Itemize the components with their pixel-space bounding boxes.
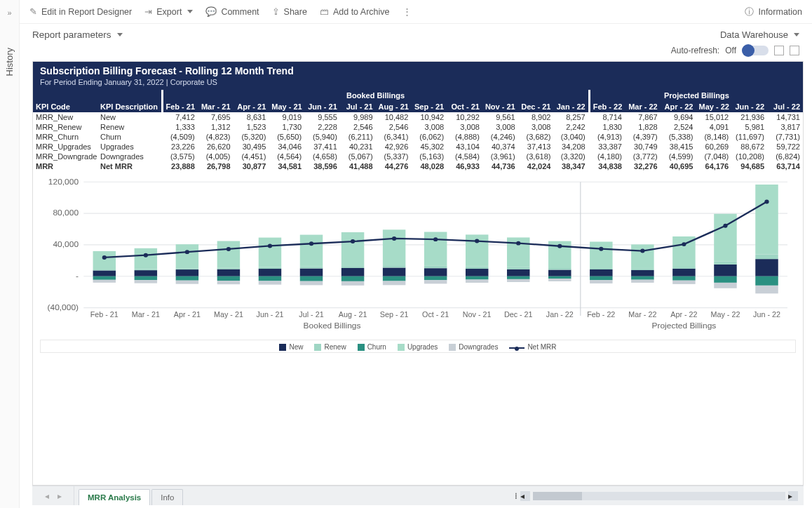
report-subtitle: For Period Ending January 31, 2022 | Cor… (40, 78, 796, 86)
svg-text:(40,000): (40,000) (47, 302, 79, 312)
auto-refresh-toggle[interactable] (742, 46, 769, 55)
svg-rect-30 (217, 268, 240, 269)
svg-rect-35 (259, 269, 281, 276)
svg-rect-108 (755, 254, 778, 259)
legend-item: New (279, 343, 303, 351)
edit-report-button[interactable]: ✎Edit in Report Designer (29, 7, 132, 17)
export-button[interactable]: ⇥Export (144, 7, 193, 17)
svg-rect-71 (507, 269, 529, 276)
svg-rect-20 (135, 276, 157, 280)
svg-point-115 (102, 255, 107, 260)
kpi-table: Booked BillingsProjected Billings KPI Co… (33, 90, 803, 171)
svg-rect-53 (383, 267, 405, 276)
table-row: MRR_RenewRenew1,3331,3121,5231,7302,2282… (33, 122, 803, 132)
svg-rect-92 (631, 276, 654, 280)
history-rail[interactable]: » History (0, 0, 20, 508)
table-row: MRR_NewNew7,4127,6958,6319,0199,5559,989… (33, 112, 803, 122)
svg-text:Oct - 21: Oct - 21 (422, 311, 449, 319)
svg-point-125 (516, 241, 520, 246)
svg-rect-39 (259, 281, 281, 284)
more-button[interactable]: ⋮ (402, 7, 412, 16)
svg-text:Sep - 21: Sep - 21 (380, 311, 409, 319)
chart-legend: NewRenewChurnUpgradesDowngradesNet MRR (40, 340, 796, 353)
svg-point-122 (392, 236, 396, 241)
archive-button[interactable]: 🗃Add to Archive (320, 7, 390, 17)
svg-text:Aug - 21: Aug - 21 (339, 311, 367, 319)
svg-rect-101 (714, 265, 736, 276)
chevron-down-icon (187, 10, 193, 13)
svg-rect-36 (259, 267, 281, 269)
svg-point-118 (226, 247, 231, 251)
report-title: Subscription Billing Forecast - Rolling … (40, 65, 796, 76)
table-row: MRR_ChurnChurn(4,509)(4,823)(5,320)(5,65… (33, 132, 803, 142)
legend-item: Downgrades (449, 343, 498, 351)
svg-text:Mar - 21: Mar - 21 (132, 311, 160, 319)
svg-rect-99 (672, 281, 695, 284)
svg-rect-105 (714, 283, 736, 288)
legend-item: Net MRR (509, 343, 556, 351)
comment-icon: 💬 (205, 7, 217, 16)
svg-text:80,000: 80,000 (53, 208, 79, 218)
svg-rect-84 (590, 268, 612, 269)
svg-rect-41 (300, 269, 323, 276)
tab-mrr-analysis[interactable]: MRR Analysis (79, 489, 150, 505)
svg-rect-69 (466, 280, 488, 283)
svg-rect-33 (217, 281, 240, 284)
svg-rect-51 (341, 281, 364, 286)
svg-rect-18 (135, 269, 157, 270)
svg-rect-29 (217, 269, 240, 276)
svg-text:40,000: 40,000 (53, 240, 79, 249)
legend-item: Upgrades (398, 343, 438, 351)
data-source-toggle[interactable]: Data Warehouse (720, 29, 799, 40)
svg-rect-45 (300, 281, 323, 286)
svg-point-116 (144, 253, 148, 258)
legend-item: Churn (358, 343, 386, 351)
svg-point-121 (351, 239, 355, 243)
svg-rect-12 (93, 269, 116, 270)
chart-area: (40,000)-40,00080,000120,000Feb - 21Mar … (33, 171, 803, 357)
svg-rect-38 (259, 276, 281, 281)
svg-rect-43 (300, 235, 323, 267)
svg-rect-68 (466, 276, 488, 280)
svg-rect-15 (93, 280, 116, 283)
svg-rect-25 (176, 244, 198, 268)
svg-rect-44 (300, 276, 323, 281)
kebab-icon: ⋮ (402, 7, 412, 16)
popout-icon[interactable] (774, 46, 784, 55)
svg-rect-17 (135, 270, 157, 276)
svg-rect-48 (341, 266, 364, 268)
report-canvas: Subscription Billing Forecast - Rolling … (32, 61, 804, 486)
svg-rect-85 (590, 241, 612, 267)
horizontal-scrollbar[interactable]: ⁞◂▸ (509, 486, 804, 505)
report-parameters-toggle[interactable]: Report parameters (32, 29, 123, 40)
chevron-down-icon (794, 33, 799, 36)
svg-rect-32 (217, 276, 240, 281)
auto-refresh-label: Auto-refresh: (671, 46, 719, 55)
svg-rect-60 (424, 266, 447, 268)
svg-point-130 (723, 224, 727, 228)
mrr-chart: (40,000)-40,00080,000120,000Feb - 21Mar … (40, 175, 796, 337)
svg-rect-86 (590, 276, 612, 281)
svg-point-129 (682, 242, 686, 246)
expand-history-icon[interactable]: » (7, 8, 11, 17)
svg-rect-61 (424, 232, 447, 266)
svg-text:Jun - 22: Jun - 22 (753, 311, 780, 319)
svg-text:Projected Billings: Projected Billings (651, 321, 716, 330)
chevron-down-icon (117, 33, 123, 36)
svg-rect-83 (590, 269, 612, 276)
share-button[interactable]: ⇪Share (272, 7, 307, 17)
grid-icon[interactable] (790, 46, 799, 55)
svg-rect-104 (714, 276, 736, 283)
svg-rect-24 (176, 268, 198, 269)
svg-text:May - 21: May - 21 (214, 311, 243, 319)
information-button[interactable]: ⓘInformation (745, 7, 802, 17)
comment-button[interactable]: 💬Comment (205, 7, 259, 17)
svg-rect-77 (548, 269, 571, 276)
svg-rect-54 (383, 265, 405, 267)
svg-point-128 (640, 249, 644, 253)
svg-rect-21 (135, 280, 157, 283)
tab-info[interactable]: Info (151, 489, 183, 505)
sheet-pager[interactable]: ◂▸ (32, 486, 74, 505)
svg-rect-37 (259, 238, 281, 267)
archive-icon: 🗃 (320, 7, 329, 16)
